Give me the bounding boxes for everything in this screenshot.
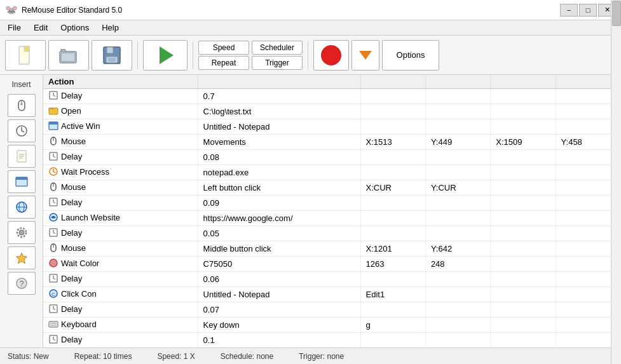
action-label: Wait Color: [61, 259, 99, 268]
action-label: Active Win: [61, 121, 100, 131]
svg-point-10: [20, 103, 23, 105]
svg-rect-3: [61, 53, 75, 62]
row-icon-label: Launch Website: [48, 212, 120, 222]
col5-cell: [491, 287, 556, 302]
table-row[interactable]: Open C:\log\test.txt: [43, 104, 621, 119]
row-icon-label: Mouse: [48, 243, 86, 253]
action-label: Delay: [61, 304, 82, 314]
table-row[interactable]: Active Win Untitled - Notepad: [43, 119, 621, 135]
sidebar-unknown-icon[interactable]: ?: [8, 272, 36, 295]
col4-cell: [425, 119, 490, 135]
sidebar-mouse-icon[interactable]: [8, 94, 36, 117]
play-button[interactable]: [143, 40, 188, 71]
action-label: Delay: [61, 274, 82, 283]
detail-cell: notepad.exe: [198, 165, 360, 180]
table-row[interactable]: Launch Website https://www.google.com/: [43, 211, 621, 226]
table-row[interactable]: C Click Con Untitled - Notepad Edit1: [43, 287, 621, 302]
action-label: Click Con: [61, 289, 97, 299]
table-row[interactable]: Delay 0.07: [43, 302, 621, 318]
maximize-button[interactable]: □: [579, 4, 597, 17]
col3-cell: [360, 211, 425, 226]
action-label: Delay: [61, 335, 82, 344]
record-button[interactable]: [313, 40, 349, 71]
row-icon-label: Delay: [48, 304, 82, 314]
col5-cell: [491, 302, 556, 318]
menu-options[interactable]: Options: [55, 22, 94, 34]
menu-bar: File Edit Options Help: [0, 20, 621, 36]
svg-marker-25: [16, 253, 27, 264]
sidebar-note-icon[interactable]: [8, 145, 36, 168]
row-icon-label: C Click Con: [48, 288, 97, 299]
sidebar-gear-icon[interactable]: [8, 221, 36, 244]
svg-rect-19: [16, 177, 27, 180]
col5-cell: [491, 241, 556, 257]
status-label: Status: New: [8, 352, 49, 361]
scrollbar-thumb[interactable]: [612, 1, 621, 26]
table-row[interactable]: Delay 0.05: [43, 226, 621, 241]
sidebar-clock-icon[interactable]: [8, 119, 36, 142]
svg-point-23: [19, 230, 24, 235]
menu-edit[interactable]: Edit: [29, 22, 53, 34]
speed-button[interactable]: Speed: [198, 41, 249, 55]
save-file-button[interactable]: [92, 40, 132, 71]
col5-cell: [491, 272, 556, 287]
schedule-label: Schedule: none: [221, 352, 273, 361]
table-row[interactable]: Delay 0.1: [43, 333, 621, 348]
trigger-button[interactable]: Trigger: [252, 56, 303, 70]
detail-cell: Untitled - Notepad: [198, 119, 360, 135]
speed-label: Speed: 1 X: [157, 352, 194, 361]
table-row[interactable]: Delay 0.06: [43, 272, 621, 287]
col-x2-header: [491, 75, 556, 89]
menu-file[interactable]: File: [3, 22, 26, 34]
options-button[interactable]: Options: [382, 40, 439, 71]
new-file-button[interactable]: [5, 40, 46, 71]
table-row[interactable]: Mouse Movements X:1513 Y:449 X:1509 Y:45…: [43, 135, 621, 150]
sidebar: Insert: [0, 75, 43, 347]
table-row[interactable]: Delay 0.7: [43, 89, 621, 104]
detail-cell: 0.08: [198, 150, 360, 165]
col5-cell: [491, 211, 556, 226]
table-row[interactable]: Mouse Middle button click X:1201 Y:642: [43, 241, 621, 257]
toolbar-separator-1: [137, 41, 138, 69]
download-button[interactable]: [351, 40, 379, 71]
table-row[interactable]: Wait Process notepad.exe: [43, 165, 621, 180]
detail-cell: 0.07: [198, 302, 360, 318]
table-row[interactable]: Delay 0.09: [43, 196, 621, 211]
repeat-button[interactable]: Repeat: [198, 56, 249, 70]
open-file-button[interactable]: [48, 40, 89, 71]
col5-cell: [491, 318, 556, 333]
table-container: Action Delay 0.7: [43, 75, 621, 347]
row-icon-label: Wait Process: [48, 166, 109, 177]
row-icon-label: Delay: [48, 151, 82, 161]
scrollbar[interactable]: [611, 0, 621, 364]
action-label: Delay: [61, 198, 82, 207]
sidebar-globe-icon[interactable]: [8, 196, 36, 219]
col5-cell: [491, 104, 556, 119]
table-row[interactable]: Mouse Left button click X:CUR Y:CUR: [43, 180, 621, 196]
svg-rect-33: [49, 122, 58, 125]
row-icon-label: Delay: [48, 90, 82, 100]
sidebar-window-icon[interactable]: [8, 170, 36, 193]
col3-cell: [360, 272, 425, 287]
col5-cell: [491, 333, 556, 348]
table-row[interactable]: Wait Color C75050 1263 248: [43, 257, 621, 272]
speed-repeat-group: Speed Repeat: [198, 41, 249, 70]
trigger-label: Trigger: none: [299, 352, 344, 361]
minimize-button[interactable]: −: [560, 4, 578, 17]
table-row[interactable]: Keyboard Key down g: [43, 318, 621, 333]
new-file-icon: [15, 45, 36, 65]
sidebar-star-icon[interactable]: [8, 246, 36, 269]
table-row[interactable]: Delay 0.08: [43, 150, 621, 165]
svg-line-65: [53, 339, 55, 340]
action-cell: Wait Color: [43, 257, 198, 272]
col3-cell: [360, 196, 425, 211]
open-file-icon: [58, 45, 79, 65]
col-action-header: Action: [43, 75, 198, 89]
col3-cell: [360, 150, 425, 165]
menu-help[interactable]: Help: [97, 22, 124, 34]
scheduler-button[interactable]: Scheduler: [252, 41, 303, 55]
col4-cell: [425, 226, 490, 241]
col3-cell: [360, 302, 425, 318]
detail-cell: Untitled - Notepad: [198, 287, 360, 302]
col3-cell: X:CUR: [360, 180, 425, 196]
